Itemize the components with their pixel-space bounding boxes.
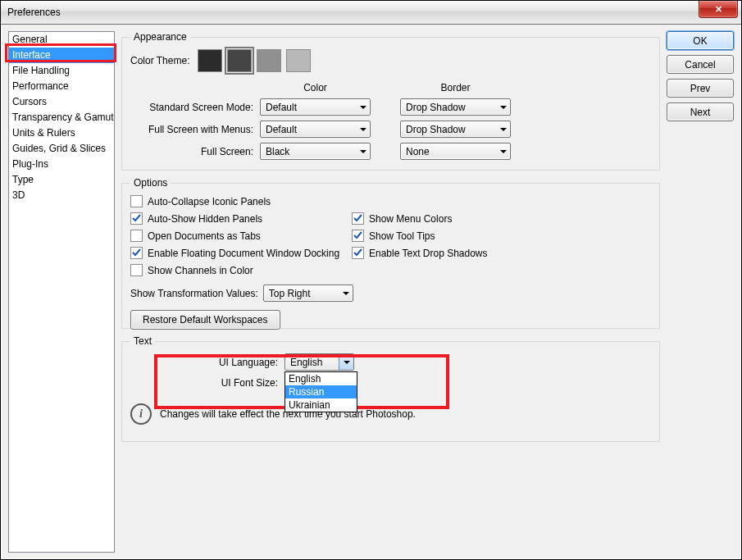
- appearance-grid: Color Border Standard Screen Mode:Defaul…: [130, 82, 651, 160]
- next-button[interactable]: Next: [667, 102, 734, 121]
- options-grid: Auto-Collapse Iconic PanelsAuto-Show Hid…: [130, 195, 651, 276]
- screen-mode-color-dropdown[interactable]: Default: [260, 121, 371, 138]
- screen-mode-border-dropdown[interactable]: None: [400, 143, 511, 160]
- screen-mode-label: Standard Screen Mode:: [130, 102, 253, 113]
- category-item[interactable]: Units & Rulers: [9, 125, 114, 141]
- chevron-down-icon: [500, 106, 507, 109]
- color-theme-label: Color Theme:: [130, 55, 189, 66]
- dialog-buttons: OK Cancel Prev Next: [667, 31, 734, 552]
- legend-text: Text: [130, 335, 155, 347]
- ui-language-value: English: [290, 357, 322, 368]
- option-label: Auto-Collapse Iconic Panels: [148, 196, 271, 207]
- option-label: Enable Text Drop Shadows: [369, 248, 488, 259]
- ui-language-option[interactable]: Russian: [285, 385, 357, 398]
- checkbox-icon: [352, 212, 364, 225]
- info-icon: i: [130, 403, 152, 425]
- cancel-button[interactable]: Cancel: [667, 55, 734, 74]
- titlebar: Preferences ✕: [1, 1, 741, 25]
- restore-workspaces-button[interactable]: Restore Default Workspaces: [130, 310, 280, 330]
- screen-mode-color-dropdown[interactable]: Black: [260, 143, 371, 160]
- option-label: Show Channels in Color: [148, 265, 253, 276]
- category-list[interactable]: GeneralInterfaceFile HandlingPerformance…: [8, 31, 115, 553]
- theme-swatch[interactable]: [227, 49, 252, 72]
- checkbox-icon: [352, 230, 364, 242]
- category-item[interactable]: File Handling: [9, 63, 114, 79]
- category-item[interactable]: Performance: [9, 79, 114, 94]
- option-label: Show Tool Tips: [369, 230, 435, 242]
- info-row: i Changes will take effect the next time…: [130, 403, 651, 425]
- option-label: Auto-Show Hidden Panels: [148, 213, 262, 225]
- theme-swatch[interactable]: [198, 49, 222, 72]
- group-appearance: Appearance Color Theme: Color Border Sta…: [121, 31, 660, 171]
- screen-mode-label: Full Screen with Menus:: [130, 124, 253, 135]
- ui-language-dropdown[interactable]: English EnglishRussianUkrainian: [285, 353, 354, 371]
- option-checkbox[interactable]: Show Channels in Color: [130, 264, 344, 276]
- theme-swatch[interactable]: [257, 49, 281, 72]
- checkbox-icon: [130, 212, 143, 225]
- client-area: GeneralInterfaceFile HandlingPerformance…: [2, 25, 740, 558]
- option-checkbox[interactable]: Show Tool Tips: [352, 230, 532, 242]
- option-label: Show Menu Colors: [369, 213, 452, 225]
- ui-language-options[interactable]: EnglishRussianUkrainian: [285, 371, 357, 412]
- chevron-down-icon: [360, 128, 366, 131]
- checkbox-icon: [352, 247, 364, 259]
- option-checkbox[interactable]: Open Documents as Tabs: [130, 230, 344, 242]
- dropdown-arrow-button[interactable]: [339, 354, 353, 370]
- show-transform-dropdown[interactable]: Top Right: [263, 285, 353, 302]
- checkbox-icon: [130, 195, 143, 207]
- chevron-down-icon: [343, 292, 349, 295]
- screen-mode-color-dropdown[interactable]: Default: [260, 98, 371, 116]
- legend-options: Options: [130, 177, 171, 189]
- option-label: Enable Floating Document Window Docking: [148, 248, 339, 259]
- column-header-color: Color: [260, 82, 371, 93]
- theme-swatch[interactable]: [286, 49, 311, 72]
- text-grid: UI Language: English EnglishRussianUkrai…: [163, 353, 651, 389]
- option-checkbox[interactable]: Show Menu Colors: [352, 212, 532, 225]
- category-item[interactable]: Transparency & Gamut: [9, 110, 114, 125]
- chevron-down-icon: [500, 150, 507, 153]
- settings-panel: Appearance Color Theme: Color Border Sta…: [121, 31, 660, 552]
- close-icon: ✕: [715, 4, 722, 15]
- screen-mode-border-dropdown[interactable]: Drop Shadow: [400, 98, 511, 116]
- option-checkbox[interactable]: Auto-Collapse Iconic Panels: [130, 195, 344, 207]
- ok-button[interactable]: OK: [667, 31, 734, 50]
- chevron-down-icon: [360, 106, 366, 109]
- chevron-down-icon: [344, 361, 350, 364]
- ui-font-size-label: UI Font Size:: [163, 377, 278, 389]
- column-header-border: Border: [400, 82, 511, 93]
- category-item[interactable]: General: [9, 32, 114, 48]
- option-checkbox[interactable]: Auto-Show Hidden Panels: [130, 212, 344, 225]
- color-theme-row: Color Theme:: [130, 49, 651, 72]
- show-transform-value: Top Right: [269, 288, 311, 299]
- checkbox-icon: [130, 247, 143, 259]
- group-text: Text UI Language: English EnglishRussian…: [121, 335, 660, 442]
- option-checkbox[interactable]: Enable Text Drop Shadows: [352, 247, 532, 259]
- category-item[interactable]: 3D: [9, 188, 114, 203]
- group-options: Options Auto-Collapse Iconic PanelsAuto-…: [121, 177, 660, 329]
- category-item[interactable]: Type: [9, 172, 114, 188]
- category-item[interactable]: Guides, Grid & Slices: [9, 141, 114, 157]
- chevron-down-icon: [500, 128, 507, 131]
- ui-language-option[interactable]: English: [285, 372, 357, 385]
- checkbox-icon: [130, 264, 143, 276]
- legend-appearance: Appearance: [130, 31, 190, 43]
- ui-language-label: UI Language:: [163, 357, 278, 368]
- category-item[interactable]: Interface: [9, 48, 114, 63]
- category-item[interactable]: Plug-Ins: [9, 157, 114, 172]
- show-transform-row: Show Transformation Values: Top Right: [130, 285, 651, 302]
- chevron-down-icon: [360, 150, 366, 153]
- checkbox-icon: [130, 230, 143, 242]
- option-label: Open Documents as Tabs: [148, 230, 261, 242]
- show-transform-label: Show Transformation Values:: [130, 288, 258, 299]
- prev-button[interactable]: Prev: [667, 79, 734, 98]
- screen-mode-label: Full Screen:: [130, 146, 253, 157]
- option-checkbox[interactable]: Enable Floating Document Window Docking: [130, 247, 344, 259]
- category-item[interactable]: Cursors: [9, 94, 114, 110]
- category-panel: GeneralInterfaceFile HandlingPerformance…: [8, 31, 115, 552]
- window-title: Preferences: [7, 7, 61, 18]
- ui-language-option[interactable]: Ukrainian: [285, 398, 357, 412]
- screen-mode-border-dropdown[interactable]: Drop Shadow: [400, 121, 511, 138]
- close-button[interactable]: ✕: [699, 1, 738, 18]
